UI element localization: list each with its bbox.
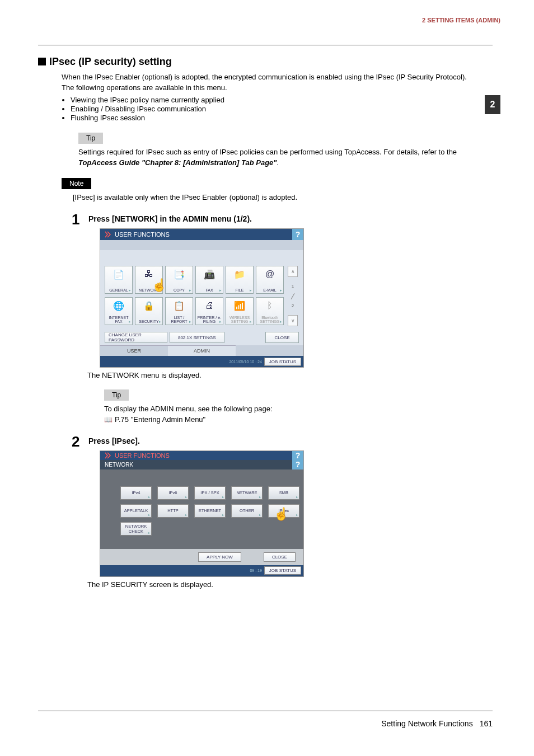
step-number-2: 2 (72, 433, 88, 450)
btn-http[interactable]: HTTP▸ (157, 504, 189, 518)
tip-label: Tip (78, 133, 103, 144)
section-title: IPsec (IP security) setting (49, 56, 172, 67)
job-status-button[interactable]: JOB STATUS (264, 358, 301, 366)
screen-subbar (100, 240, 303, 250)
footer-section: Setting Network Functions (381, 719, 472, 728)
header-rule (38, 45, 493, 45)
close-button[interactable]: CLOSE (264, 552, 296, 562)
btn-network-check[interactable]: NETWORK CHECK▸ (120, 522, 152, 536)
section-marker-icon (38, 58, 46, 65)
bullet-item: Viewing the IPsec policy name currently … (71, 96, 478, 104)
tile-security[interactable]: 🔒SECURITY▸ (135, 297, 163, 325)
tip-text-end: . (277, 158, 279, 167)
help-icon[interactable]: ? (292, 229, 303, 240)
bullet-item: Enabling / Disabling IPsec communication (71, 105, 478, 113)
btn-ipv6[interactable]: IPv6▸ (157, 486, 189, 500)
intro-paragraph-1: When the IPsec Enabler (optional) is ado… (62, 72, 478, 83)
intro-bullets: Viewing the IPsec policy name currently … (71, 96, 478, 122)
tip-text: Settings required for IPsec such as entr… (78, 147, 478, 168)
btn-ipx-spx[interactable]: IPX / SPX▸ (194, 486, 226, 500)
tile-file[interactable]: 📁FILE▸ (226, 266, 254, 294)
footer-page-number: 161 (480, 719, 493, 728)
tile-wireless[interactable]: 📶WIRELESS SETTING▸ (226, 297, 254, 325)
timestamp: 09 : 19 (250, 569, 261, 572)
bullet-item: Flushing IPsec session (71, 114, 478, 122)
apply-now-button[interactable]: APPLY NOW (198, 552, 241, 562)
btn-ipv4[interactable]: IPv4▸ (120, 486, 152, 500)
timestamp: 2011/05/10 10 : 24 (229, 360, 261, 364)
page-indicator-2: 2 (292, 302, 294, 309)
footer-rule (38, 711, 493, 711)
btn-other[interactable]: OTHER▸ (231, 504, 263, 518)
screenshot-network-menu: USER FUNCTIONS ? NETWORK ? IPv4▸ IPv6▸ I… (100, 450, 304, 577)
tab-user[interactable]: USER (100, 345, 168, 356)
tab-admin[interactable]: ADMIN (168, 345, 236, 356)
tile-fax[interactable]: 📠FAX▸ (195, 266, 223, 294)
screen2-title: USER FUNCTIONS (115, 452, 170, 459)
screen2-titlebar: USER FUNCTIONS ? (100, 451, 303, 460)
change-password-button[interactable]: CHANGE USER PASSWORD (105, 332, 167, 343)
tile-bluetooth[interactable]: ᛒBluetooth SETTINGS▸ (256, 297, 284, 325)
tip-text-ref: TopAccess Guide "Chapter 8: [Administrat… (78, 158, 277, 167)
job-status-button[interactable]: JOB STATUS (264, 566, 301, 575)
tip2-line1: To display the ADMIN menu, see the follo… (104, 404, 478, 415)
screen-title: USER FUNCTIONS (115, 231, 170, 238)
intro-paragraph-2: The following operations are available i… (62, 83, 478, 93)
tip2-label: Tip (104, 389, 129, 401)
note-label: Note (62, 178, 91, 189)
btn-ethernet[interactable]: ETHERNET▸ (194, 504, 226, 518)
cursor-hand-icon: ☝ (152, 278, 167, 293)
help-icon[interactable]: ? (292, 451, 303, 460)
tile-copy[interactable]: 📑COPY▸ (165, 266, 193, 294)
step-title-1: Press [NETWORK] in the ADMIN menu (1/2). (88, 214, 252, 223)
chapter-side-tab: 2 (485, 95, 500, 114)
step2-caption: The IP SECURITY screen is displayed. (87, 580, 478, 589)
step-title-2: Press [IPsec]. (88, 436, 140, 445)
help-icon[interactable]: ? (292, 460, 303, 469)
header-breadcrumb: 2 SETTING ITEMS (ADMIN) (422, 17, 500, 24)
btn-netware[interactable]: NETWARE▸ (231, 486, 263, 500)
cursor-hand-icon: ☝ (274, 507, 289, 522)
tile-list-report[interactable]: 📋LIST / REPORT▸ (165, 297, 193, 325)
tile-general[interactable]: 📄GENERAL▸ (105, 266, 133, 294)
tip-text-part: Settings required for IPsec such as entr… (78, 148, 457, 156)
book-icon: 📖 (104, 416, 113, 424)
step-number-1: 1 (72, 211, 88, 228)
exit-icon[interactable] (105, 452, 111, 459)
btn-appletalk[interactable]: APPLETALK▸ (120, 504, 152, 518)
screenshot-admin-menu: USER FUNCTIONS ? 📄GENERAL▸ 🖧NETWORK▸ 📑CO… (100, 228, 304, 368)
section-heading: IPsec (IP security) setting (38, 56, 478, 68)
8021x-settings-button[interactable]: 802.1X SETTINGS (170, 332, 225, 343)
screen2-subtitle: NETWORK ? (100, 460, 303, 469)
exit-icon[interactable] (105, 231, 111, 238)
tile-printer-efiling[interactable]: 🖨PRINTER / e-FILING▸ (195, 297, 223, 325)
tile-internet-fax[interactable]: 🌐INTERNET FAX▸ (105, 297, 133, 325)
tip2-line2: 📖P.75 "Entering Admin Menu" (104, 415, 478, 425)
page-divider (291, 293, 295, 299)
screen-titlebar: USER FUNCTIONS ? (100, 229, 303, 240)
step1-caption: The NETWORK menu is displayed. (87, 371, 478, 379)
tile-email[interactable]: @E-MAIL▸ (256, 266, 284, 294)
close-button[interactable]: CLOSE (265, 332, 299, 343)
page-down-button[interactable]: ∨ (288, 315, 298, 326)
page-up-button[interactable]: ∧ (288, 266, 298, 277)
btn-smb[interactable]: SMB▸ (268, 486, 299, 500)
page-indicator-1: 1 (292, 283, 294, 290)
note-text: [IPsec] is available only when the IPsec… (73, 192, 478, 203)
